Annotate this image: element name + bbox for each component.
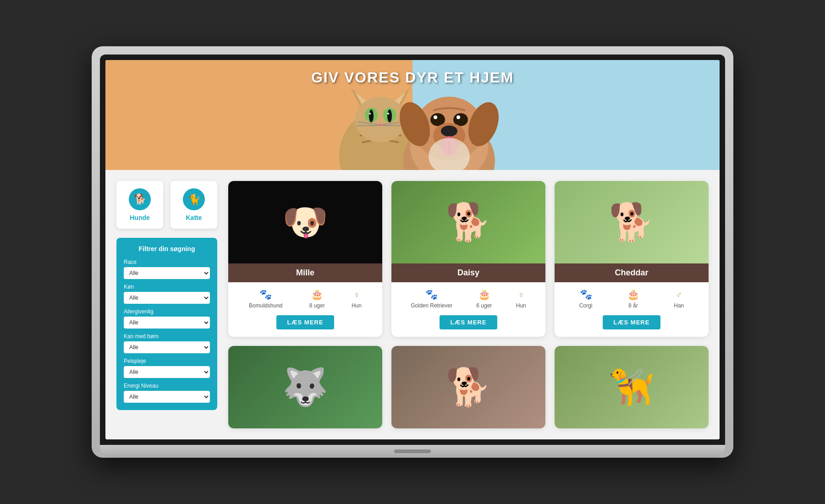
svg-point-8 [369, 110, 374, 122]
pet-age-mille: 8 uger [309, 302, 325, 309]
filter-born-select[interactable]: Alle Ja Nej [124, 341, 210, 353]
laptop-frame: GIV VORES DYR ET HJEM [92, 46, 733, 458]
laptop-notch [394, 449, 431, 453]
cake-icon-daisy [478, 289, 490, 301]
pet-age-item-cheddar: 8 år [627, 289, 639, 309]
filter-kon-select[interactable]: Alle Hun Han [124, 292, 210, 304]
pet-photo-max [391, 346, 545, 428]
pet-photo-cheddar [555, 181, 709, 263]
paw-icon-cheddar [580, 289, 592, 301]
pet-gender-mille: Hun [352, 302, 362, 309]
pets-grid: Mille Bomuldshund 8 uger [228, 181, 709, 428]
filter-kon-label: Køn [124, 284, 210, 290]
read-more-cheddar[interactable]: LÆS MERE [603, 315, 661, 329]
svg-point-10 [369, 113, 371, 115]
pet-photo-mille [228, 181, 382, 263]
animal-type-buttons: 🐕 Hunde 🐈 Katte [116, 181, 217, 229]
pet-breed-cheddar: Corgi [579, 302, 593, 309]
filter-race-label: Race [124, 259, 210, 265]
pet-gender-item-mille: Hun [352, 289, 362, 309]
pet-breed-item-cheddar: Corgi [579, 289, 593, 309]
svg-point-27 [441, 126, 457, 137]
read-more-daisy[interactable]: LÆS MERE [440, 315, 498, 329]
gender-icon-daisy [517, 289, 524, 301]
pet-breed-mille: Bomuldshund [249, 302, 282, 309]
filter-pelspleje-select[interactable]: Alle Lav Middel Høj [124, 366, 210, 378]
pet-photo-rex [555, 346, 709, 428]
filter-energi-label: Energi Niveau [124, 383, 210, 389]
filter-allergivenlig-label: Allergivenlig [124, 308, 210, 315]
pet-card-daisy: Daisy Golden Retriever 6 uger [391, 181, 545, 337]
pet-info-mille: Bomuldshund 8 uger Hun [228, 282, 382, 315]
pet-gender-daisy: Hun [516, 302, 526, 309]
pet-card-cheddar: Cheddar Corgi 8 år [555, 181, 709, 337]
svg-point-25 [456, 115, 460, 119]
sidebar: 🐕 Hunde 🐈 Katte Filtrer din søgning Race… [116, 181, 217, 428]
pet-card-luna [228, 346, 382, 428]
filter-energi-select[interactable]: Alle Lav Middel Høj [124, 391, 210, 403]
pet-name-cheddar: Cheddar [555, 263, 709, 282]
pet-info-daisy: Golden Retriever 6 uger Hun [391, 282, 545, 315]
screen-bezel: GIV VORES DYR ET HJEM [100, 55, 725, 445]
katte-button[interactable]: 🐈 Katte [170, 181, 217, 229]
svg-point-11 [387, 113, 389, 115]
pet-card-mille: Mille Bomuldshund 8 uger [228, 181, 382, 337]
pet-photo-daisy [391, 181, 545, 263]
katte-label: Katte [186, 214, 202, 221]
pet-photo-luna [228, 346, 382, 428]
pet-gender-cheddar: Han [674, 302, 684, 309]
screen: GIV VORES DYR ET HJEM [105, 60, 720, 439]
cake-icon-mille [311, 289, 323, 301]
laptop-bottom [100, 445, 725, 458]
paw-icon-daisy [425, 289, 438, 301]
pet-name-daisy: Daisy [391, 263, 545, 282]
hunde-icon: 🐕 [129, 188, 151, 210]
cake-icon-cheddar [627, 289, 639, 301]
filter-allergivenlig-select[interactable]: Alle Ja Nej [124, 317, 210, 329]
pet-age-cheddar: 8 år [628, 302, 638, 309]
gender-icon-cheddar [676, 289, 682, 301]
hunde-button[interactable]: 🐕 Hunde [116, 181, 163, 229]
pet-card-rex [555, 346, 709, 428]
pet-card-max [391, 346, 545, 428]
pet-footer-mille: LÆS MERE [228, 315, 382, 337]
filter-race-select[interactable]: Alle Husky Golden Retriever Corgi [124, 267, 210, 279]
filter-box: Filtrer din søgning Race Alle Husky Gold… [116, 238, 217, 410]
pet-name-mille: Mille [228, 263, 382, 282]
filter-pelspleje-label: Pelspleje [124, 358, 210, 364]
main-content: 🐕 Hunde 🐈 Katte Filtrer din søgning Race… [105, 170, 720, 439]
filter-title: Filtrer din søgning [124, 245, 210, 252]
read-more-mille[interactable]: LÆS MERE [276, 315, 335, 329]
paw-icon-mille [259, 289, 272, 301]
hero-section: GIV VORES DYR ET HJEM [105, 60, 720, 170]
pet-age-item-mille: 8 uger [309, 289, 325, 309]
hero-title: GIV VORES DYR ET HJEM [311, 69, 514, 86]
filter-born-label: Kan med børn [124, 333, 210, 340]
pet-age-item-daisy: 6 uger [476, 289, 492, 309]
pet-footer-cheddar: LÆS MERE [555, 315, 709, 337]
katte-icon: 🐈 [183, 188, 205, 210]
pet-breed-daisy: Golden Retriever [411, 302, 452, 309]
pet-info-cheddar: Corgi 8 år Han [555, 282, 709, 315]
gender-icon-mille [353, 289, 360, 301]
svg-point-9 [387, 110, 392, 122]
pet-age-daisy: 6 uger [476, 302, 492, 309]
pet-gender-item-daisy: Hun [516, 289, 526, 309]
pet-breed-item-mille: Bomuldshund [249, 289, 282, 309]
svg-point-5 [355, 97, 406, 142]
pet-footer-daisy: LÆS MERE [391, 315, 545, 337]
pet-gender-item-cheddar: Han [674, 289, 684, 309]
svg-point-24 [434, 115, 437, 119]
hunde-label: Hunde [130, 214, 150, 221]
pet-breed-item-daisy: Golden Retriever [411, 289, 452, 309]
